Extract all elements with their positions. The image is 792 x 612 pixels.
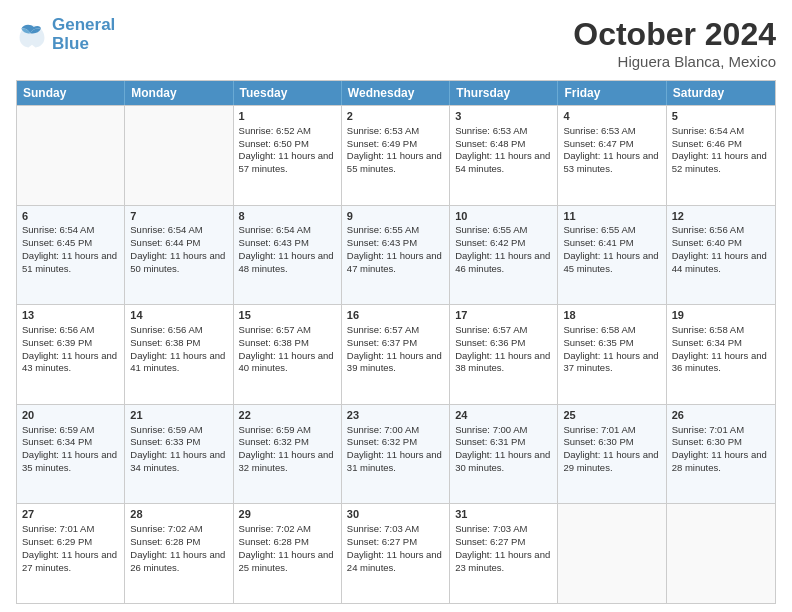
calendar-day-16: 16Sunrise: 6:57 AMSunset: 6:37 PMDayligh… xyxy=(342,305,450,404)
day-number: 9 xyxy=(347,209,444,224)
sunset-text: Sunset: 6:45 PM xyxy=(22,237,119,250)
day-number: 12 xyxy=(672,209,770,224)
calendar-day-27: 27Sunrise: 7:01 AMSunset: 6:29 PMDayligh… xyxy=(17,504,125,603)
day-number: 26 xyxy=(672,408,770,423)
sunset-text: Sunset: 6:43 PM xyxy=(239,237,336,250)
sunset-text: Sunset: 6:44 PM xyxy=(130,237,227,250)
sunrise-text: Sunrise: 7:01 AM xyxy=(22,523,119,536)
day-number: 13 xyxy=(22,308,119,323)
calendar-day-6: 6Sunrise: 6:54 AMSunset: 6:45 PMDaylight… xyxy=(17,206,125,305)
day-number: 22 xyxy=(239,408,336,423)
day-number: 5 xyxy=(672,109,770,124)
calendar-day-20: 20Sunrise: 6:59 AMSunset: 6:34 PMDayligh… xyxy=(17,405,125,504)
day-number: 3 xyxy=(455,109,552,124)
day-header-saturday: Saturday xyxy=(667,81,775,105)
daylight-text: Daylight: 11 hours and 31 minutes. xyxy=(347,449,444,475)
day-number: 14 xyxy=(130,308,227,323)
day-header-thursday: Thursday xyxy=(450,81,558,105)
day-header-wednesday: Wednesday xyxy=(342,81,450,105)
daylight-text: Daylight: 11 hours and 45 minutes. xyxy=(563,250,660,276)
sunrise-text: Sunrise: 6:53 AM xyxy=(347,125,444,138)
day-number: 30 xyxy=(347,507,444,522)
sunset-text: Sunset: 6:31 PM xyxy=(455,436,552,449)
location: Higuera Blanca, Mexico xyxy=(573,53,776,70)
sunrise-text: Sunrise: 7:02 AM xyxy=(239,523,336,536)
sunrise-text: Sunrise: 6:57 AM xyxy=(239,324,336,337)
calendar-day-26: 26Sunrise: 7:01 AMSunset: 6:30 PMDayligh… xyxy=(667,405,775,504)
calendar-day-19: 19Sunrise: 6:58 AMSunset: 6:34 PMDayligh… xyxy=(667,305,775,404)
day-number: 1 xyxy=(239,109,336,124)
day-number: 10 xyxy=(455,209,552,224)
logo-line1: General xyxy=(52,16,115,35)
daylight-text: Daylight: 11 hours and 28 minutes. xyxy=(672,449,770,475)
daylight-text: Daylight: 11 hours and 50 minutes. xyxy=(130,250,227,276)
daylight-text: Daylight: 11 hours and 23 minutes. xyxy=(455,549,552,575)
calendar-week: 6Sunrise: 6:54 AMSunset: 6:45 PMDaylight… xyxy=(17,205,775,305)
logo-icon xyxy=(16,21,48,49)
day-number: 29 xyxy=(239,507,336,522)
day-number: 11 xyxy=(563,209,660,224)
calendar-day-21: 21Sunrise: 6:59 AMSunset: 6:33 PMDayligh… xyxy=(125,405,233,504)
day-number: 20 xyxy=(22,408,119,423)
sunrise-text: Sunrise: 6:53 AM xyxy=(455,125,552,138)
day-number: 25 xyxy=(563,408,660,423)
day-number: 17 xyxy=(455,308,552,323)
sunrise-text: Sunrise: 6:52 AM xyxy=(239,125,336,138)
daylight-text: Daylight: 11 hours and 57 minutes. xyxy=(239,150,336,176)
calendar-day-17: 17Sunrise: 6:57 AMSunset: 6:36 PMDayligh… xyxy=(450,305,558,404)
calendar-day-28: 28Sunrise: 7:02 AMSunset: 6:28 PMDayligh… xyxy=(125,504,233,603)
daylight-text: Daylight: 11 hours and 36 minutes. xyxy=(672,350,770,376)
daylight-text: Daylight: 11 hours and 32 minutes. xyxy=(239,449,336,475)
calendar-day-11: 11Sunrise: 6:55 AMSunset: 6:41 PMDayligh… xyxy=(558,206,666,305)
sunrise-text: Sunrise: 6:54 AM xyxy=(22,224,119,237)
calendar-day-25: 25Sunrise: 7:01 AMSunset: 6:30 PMDayligh… xyxy=(558,405,666,504)
calendar-week: 27Sunrise: 7:01 AMSunset: 6:29 PMDayligh… xyxy=(17,503,775,603)
daylight-text: Daylight: 11 hours and 38 minutes. xyxy=(455,350,552,376)
daylight-text: Daylight: 11 hours and 43 minutes. xyxy=(22,350,119,376)
sunset-text: Sunset: 6:41 PM xyxy=(563,237,660,250)
day-number: 2 xyxy=(347,109,444,124)
calendar-day-14: 14Sunrise: 6:56 AMSunset: 6:38 PMDayligh… xyxy=(125,305,233,404)
calendar-week: 20Sunrise: 6:59 AMSunset: 6:34 PMDayligh… xyxy=(17,404,775,504)
sunrise-text: Sunrise: 7:00 AM xyxy=(347,424,444,437)
day-number: 19 xyxy=(672,308,770,323)
day-number: 4 xyxy=(563,109,660,124)
calendar-day-13: 13Sunrise: 6:56 AMSunset: 6:39 PMDayligh… xyxy=(17,305,125,404)
sunset-text: Sunset: 6:34 PM xyxy=(672,337,770,350)
calendar-day-empty xyxy=(667,504,775,603)
calendar-day-29: 29Sunrise: 7:02 AMSunset: 6:28 PMDayligh… xyxy=(234,504,342,603)
sunset-text: Sunset: 6:27 PM xyxy=(347,536,444,549)
daylight-text: Daylight: 11 hours and 55 minutes. xyxy=(347,150,444,176)
sunset-text: Sunset: 6:43 PM xyxy=(347,237,444,250)
sunrise-text: Sunrise: 6:59 AM xyxy=(130,424,227,437)
sunset-text: Sunset: 6:40 PM xyxy=(672,237,770,250)
sunrise-text: Sunrise: 7:00 AM xyxy=(455,424,552,437)
sunrise-text: Sunrise: 6:55 AM xyxy=(455,224,552,237)
sunrise-text: Sunrise: 6:54 AM xyxy=(239,224,336,237)
sunset-text: Sunset: 6:48 PM xyxy=(455,138,552,151)
calendar-day-9: 9Sunrise: 6:55 AMSunset: 6:43 PMDaylight… xyxy=(342,206,450,305)
calendar-day-7: 7Sunrise: 6:54 AMSunset: 6:44 PMDaylight… xyxy=(125,206,233,305)
sunset-text: Sunset: 6:37 PM xyxy=(347,337,444,350)
calendar-day-15: 15Sunrise: 6:57 AMSunset: 6:38 PMDayligh… xyxy=(234,305,342,404)
daylight-text: Daylight: 11 hours and 24 minutes. xyxy=(347,549,444,575)
day-number: 28 xyxy=(130,507,227,522)
daylight-text: Daylight: 11 hours and 26 minutes. xyxy=(130,549,227,575)
month-title: October 2024 xyxy=(573,16,776,53)
calendar-day-10: 10Sunrise: 6:55 AMSunset: 6:42 PMDayligh… xyxy=(450,206,558,305)
page-header: General Blue October 2024 Higuera Blanca… xyxy=(16,16,776,70)
calendar-week: 13Sunrise: 6:56 AMSunset: 6:39 PMDayligh… xyxy=(17,304,775,404)
sunset-text: Sunset: 6:50 PM xyxy=(239,138,336,151)
daylight-text: Daylight: 11 hours and 47 minutes. xyxy=(347,250,444,276)
day-number: 6 xyxy=(22,209,119,224)
sunset-text: Sunset: 6:32 PM xyxy=(239,436,336,449)
daylight-text: Daylight: 11 hours and 29 minutes. xyxy=(563,449,660,475)
sunrise-text: Sunrise: 6:59 AM xyxy=(22,424,119,437)
title-block: October 2024 Higuera Blanca, Mexico xyxy=(573,16,776,70)
sunset-text: Sunset: 6:46 PM xyxy=(672,138,770,151)
sunset-text: Sunset: 6:30 PM xyxy=(563,436,660,449)
daylight-text: Daylight: 11 hours and 34 minutes. xyxy=(130,449,227,475)
sunset-text: Sunset: 6:38 PM xyxy=(239,337,336,350)
sunset-text: Sunset: 6:42 PM xyxy=(455,237,552,250)
logo-line2: Blue xyxy=(52,35,115,54)
